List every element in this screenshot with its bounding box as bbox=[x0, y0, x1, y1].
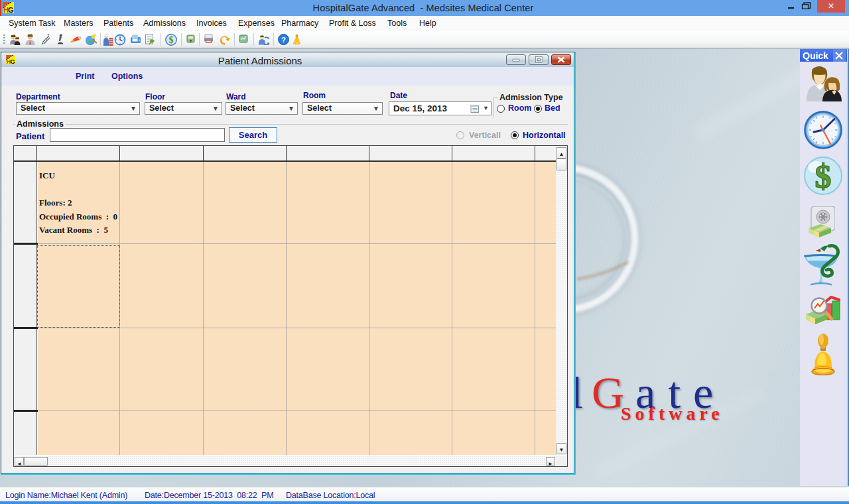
svg-text:$: $ bbox=[815, 158, 832, 195]
svg-text:?: ? bbox=[281, 36, 286, 44]
svg-text:$: $ bbox=[169, 35, 174, 45]
